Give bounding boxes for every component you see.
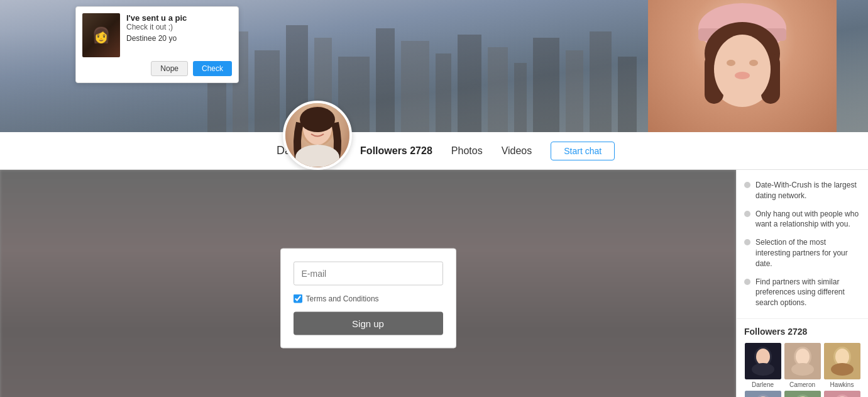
notif-avatar-image: 👩 — [82, 13, 120, 57]
follower-avatar-darlene — [745, 343, 781, 379]
svg-point-23 — [727, 60, 735, 66]
svg-point-42 — [835, 349, 849, 365]
followers-count: 2728 — [410, 145, 432, 156]
follower-item-4[interactable] — [744, 391, 781, 397]
svg-rect-2 — [255, 50, 280, 132]
avatar-svg — [286, 104, 349, 167]
svg-rect-13 — [566, 50, 583, 132]
svg-point-34 — [756, 349, 770, 365]
info-text-1: Date-With-Crush is the largest dating ne… — [755, 180, 860, 201]
notification-content: 👩 I've sent u a pic Check it out ;) Dest… — [82, 13, 232, 57]
info-item-1: Date-With-Crush is the largest dating ne… — [744, 180, 860, 201]
svg-point-31 — [295, 145, 339, 167]
follower-svg-5 — [784, 391, 821, 397]
main-content: Terms and Conditions Sign up Date-With-C… — [0, 170, 868, 397]
follower-avatar-hawkins — [824, 343, 860, 379]
profile-avatar — [283, 101, 352, 170]
followers-section-count: 2728 — [788, 327, 807, 337]
terms-checkbox[interactable] — [294, 294, 302, 303]
registration-form: Terms and Conditions Sign up — [280, 249, 456, 349]
follower-name-cameron: Cameron — [789, 381, 815, 388]
svg-point-43 — [831, 363, 854, 376]
follower-item-hawkins[interactable]: Hawkins — [823, 343, 860, 388]
followers-title: Followers 2728 — [744, 327, 860, 337]
profile-videos-link[interactable]: Videos — [502, 145, 532, 157]
info-dot-1 — [744, 182, 750, 188]
notif-title: I've sent u a pic — [126, 13, 232, 23]
svg-rect-8 — [436, 53, 451, 132]
notif-text-block: I've sent u a pic Check it out ;) Destin… — [126, 13, 232, 43]
notif-avatar: 👩 — [82, 13, 120, 57]
svg-rect-6 — [376, 28, 395, 132]
follower-name-darlene: Darlene — [752, 381, 774, 388]
svg-point-35 — [752, 363, 774, 376]
followers-label: Followers — [360, 145, 407, 156]
svg-point-22 — [714, 35, 771, 104]
cover-girl-right — [648, 0, 837, 132]
follower-avatar-4 — [745, 391, 781, 397]
profile-followers: Followers 2728 — [360, 145, 432, 157]
follower-item-5[interactable] — [784, 391, 821, 397]
follower-svg-6 — [824, 391, 860, 397]
svg-point-38 — [796, 349, 810, 365]
svg-rect-11 — [514, 63, 527, 132]
svg-point-30 — [300, 107, 335, 132]
follower-svg-2 — [784, 343, 821, 379]
info-dot-3 — [744, 239, 750, 245]
follower-svg-4 — [745, 391, 781, 397]
check-button[interactable]: Check — [193, 61, 232, 76]
info-text-3: Selection of the most interesting partne… — [755, 237, 860, 269]
svg-point-24 — [749, 60, 758, 66]
profile-avatar-image — [285, 103, 349, 167]
email-input[interactable] — [294, 262, 443, 286]
notif-subtitle: Check it out ;) — [126, 23, 232, 31]
notif-buttons: Nope Check — [82, 61, 232, 76]
info-item-2: Only hang out with people who want a rel… — [744, 209, 860, 230]
svg-point-39 — [791, 363, 814, 376]
follower-svg-1 — [745, 343, 781, 379]
svg-rect-7 — [401, 41, 429, 132]
right-sidebar: Date-With-Crush is the largest dating ne… — [736, 170, 868, 397]
notification-popup: 👩 I've sent u a pic Check it out ;) Dest… — [75, 6, 239, 83]
svg-rect-9 — [458, 35, 481, 132]
followers-section-label: Followers — [744, 327, 785, 337]
signup-button[interactable]: Sign up — [294, 312, 443, 335]
start-chat-button[interactable]: Start chat — [551, 142, 615, 160]
info-item-4: Find partners with similar preferences u… — [744, 277, 860, 308]
cover-girl-image — [648, 0, 837, 132]
follower-item-cameron[interactable]: Cameron — [784, 343, 821, 388]
terms-row: Terms and Conditions — [294, 294, 443, 303]
info-text-4: Find partners with similar preferences u… — [755, 277, 860, 308]
follower-avatar-5 — [784, 391, 821, 397]
info-box: Date-With-Crush is the largest dating ne… — [737, 170, 868, 319]
nope-button[interactable]: Nope — [151, 61, 188, 76]
info-text-2: Only hang out with people who want a rel… — [755, 209, 860, 230]
follower-avatar-cameron — [784, 343, 821, 379]
info-item-3: Selection of the most interesting partne… — [744, 237, 860, 269]
center-area: Terms and Conditions Sign up — [0, 170, 736, 397]
notif-sender: Destinee 20 yo — [126, 34, 232, 43]
follower-item-6[interactable] — [823, 391, 860, 397]
follower-svg-3 — [824, 343, 860, 379]
info-dot-2 — [744, 211, 750, 217]
follower-item-darlene[interactable]: Darlene — [744, 343, 781, 388]
svg-rect-15 — [618, 57, 637, 132]
svg-rect-12 — [533, 38, 559, 132]
svg-point-25 — [735, 72, 750, 79]
followers-section: Followers 2728 Darlene — [737, 319, 868, 397]
follower-avatar-6 — [824, 391, 860, 397]
info-dot-4 — [744, 279, 750, 285]
profile-photos-link[interactable]: Photos — [451, 145, 483, 157]
terms-label: Terms and Conditions — [306, 294, 379, 303]
follower-name-hawkins: Hawkins — [830, 381, 854, 388]
city-skyline-svg — [201, 19, 641, 132]
svg-rect-10 — [488, 47, 508, 132]
followers-grid: Darlene Cameron — [744, 343, 860, 397]
svg-rect-14 — [590, 31, 612, 132]
girl-silhouette-svg — [686, 3, 799, 129]
profile-section: Darlene1998 Followers 2728 Photos Videos… — [0, 132, 868, 170]
